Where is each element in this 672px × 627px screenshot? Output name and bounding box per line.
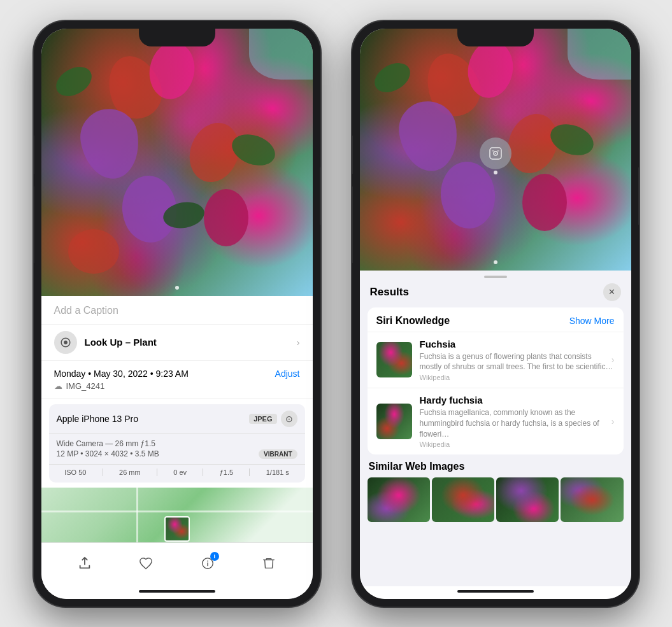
hardy-fuchsia-chevron-icon: › — [611, 416, 615, 426]
hardy-fuchsia-description: Fuchsia magellanica, commonly known as t… — [420, 407, 615, 439]
siri-knowledge-section: Siri Knowledge Show More Fuchsia Fuchsia… — [368, 307, 624, 455]
exif-ev: 0 ev — [173, 468, 187, 476]
exif-shutter: 1/181 s — [266, 468, 289, 476]
exif-focal: 26 mm — [119, 468, 141, 476]
siri-item-fuchsia[interactable]: Fuchsia Fuchsia is a genus of flowering … — [368, 332, 624, 388]
camera-type: Wide Camera — 26 mm ƒ1.5 — [57, 439, 297, 448]
caption-placeholder[interactable]: Add a Caption — [54, 305, 118, 316]
similar-images-title: Similar Web Images — [368, 461, 624, 472]
exif-aperture: ƒ1.5 — [220, 468, 233, 476]
delete-button[interactable] — [256, 551, 282, 576]
info-badge: i — [210, 552, 219, 561]
similar-image-4[interactable] — [561, 477, 623, 522]
bottom-toolbar: i — [41, 542, 313, 586]
fuchsia-description: Fuchsia is a genus of flowering plants t… — [420, 351, 615, 373]
exif-row: ISO 50 26 mm 0 ev ƒ1.5 1/181 s — [49, 464, 305, 483]
filename-text: IMG_4241 — [66, 381, 105, 391]
visual-lookup-icon — [54, 331, 77, 354]
map-photo-thumbnail — [164, 516, 190, 542]
petal — [438, 159, 498, 230]
right-photo-area[interactable] — [360, 29, 631, 271]
petal — [68, 229, 119, 274]
petal — [204, 189, 248, 246]
location-icon: ⊙ — [281, 411, 297, 427]
phones-container: Add a Caption Look Up – Plant › — [34, 21, 639, 607]
svg-point-3 — [495, 153, 496, 154]
notch — [139, 29, 215, 46]
right-screen: Results ✕ Siri Knowledge Show More — [360, 29, 631, 599]
fuchsia-info: Fuchsia Fuchsia is a genus of flowering … — [420, 339, 615, 382]
exif-divider — [157, 468, 157, 476]
exif-divider — [249, 468, 250, 476]
adjust-link[interactable]: Adjust — [275, 369, 300, 379]
flower-background — [41, 29, 313, 296]
hardy-fuchsia-image — [376, 404, 412, 439]
lookup-label: Look Up – Plant — [85, 337, 157, 348]
fuchsia-image — [376, 342, 412, 377]
device-section: Apple iPhone 13 Pro JPEG ⊙ Wide Camera —… — [49, 404, 305, 483]
similar-web-images-section: Similar Web Images — [368, 461, 624, 522]
visual-lookup-dot — [494, 171, 497, 174]
home-indicator — [41, 586, 313, 599]
mp-info: 12 MP • 3024 × 4032 • 3.5 MB — [57, 449, 159, 458]
leaf — [369, 57, 415, 98]
device-header: Apple iPhone 13 Pro JPEG ⊙ — [49, 404, 305, 434]
info-section: Add a Caption Look Up – Plant › — [41, 296, 313, 542]
photo-area[interactable] — [41, 29, 313, 296]
fuchsia-thumbnail — [376, 342, 412, 377]
close-button[interactable]: ✕ — [603, 283, 621, 301]
similar-image-3[interactable] — [496, 477, 559, 522]
favorite-button[interactable] — [133, 551, 159, 576]
device-name: Apple iPhone 13 Pro — [57, 414, 138, 424]
hardy-fuchsia-source: Wikipedia — [420, 440, 615, 448]
info-button[interactable]: i — [195, 551, 220, 576]
date-section: Monday • May 30, 2022 • 9:23 AM Adjust ☁… — [41, 361, 313, 399]
results-handle-row — [360, 271, 631, 281]
format-badge: JPEG — [249, 414, 276, 424]
fuchsia-source: Wikipedia — [420, 374, 615, 381]
date-text: Monday • May 30, 2022 • 9:23 AM — [54, 369, 189, 379]
style-badge: VIBRANT — [259, 449, 297, 459]
hardy-fuchsia-thumbnail — [376, 404, 412, 439]
lookup-row[interactable]: Look Up – Plant › — [41, 325, 313, 361]
exif-divider — [103, 468, 103, 476]
visual-lookup-button[interactable] — [480, 137, 511, 169]
map-road-vertical — [136, 488, 138, 542]
exif-divider — [203, 468, 203, 476]
page-indicator-dot — [175, 286, 179, 290]
fuchsia-title: Fuchsia — [420, 339, 615, 349]
map-area[interactable] — [41, 488, 313, 542]
results-header: Results ✕ — [360, 281, 631, 307]
siri-knowledge-header: Siri Knowledge Show More — [368, 307, 624, 332]
similar-image-2[interactable] — [432, 477, 494, 522]
cloud-icon: ☁ — [54, 381, 62, 391]
home-bar-right — [457, 590, 534, 593]
similar-image-1[interactable] — [368, 477, 430, 522]
lookup-chevron-icon: › — [297, 337, 300, 348]
exif-iso: ISO 50 — [64, 468, 86, 476]
results-title: Results — [370, 286, 409, 299]
show-more-link[interactable]: Show More — [569, 316, 615, 326]
right-phone: Results ✕ Siri Knowledge Show More — [352, 21, 639, 607]
notch-right — [457, 29, 534, 46]
device-badges: JPEG ⊙ — [249, 411, 297, 427]
fuchsia-chevron-icon: › — [611, 355, 615, 365]
siri-knowledge-title: Siri Knowledge — [376, 315, 450, 327]
petal — [522, 174, 567, 231]
home-indicator-right — [360, 586, 631, 599]
left-screen: Add a Caption Look Up – Plant › — [41, 29, 313, 599]
home-bar — [139, 590, 215, 593]
page-indicator-dot-right — [494, 260, 497, 264]
leaf — [51, 60, 97, 102]
left-phone: Add a Caption Look Up – Plant › — [34, 21, 320, 607]
drag-handle[interactable] — [484, 276, 507, 278]
svg-point-1 — [207, 560, 208, 561]
camera-info: Wide Camera — 26 mm ƒ1.5 12 MP • 3024 × … — [49, 434, 305, 461]
siri-item-hardy-fuchsia[interactable]: Hardy fuchsia Fuchsia magellanica, commo… — [368, 388, 624, 454]
caption-row[interactable]: Add a Caption — [41, 296, 313, 325]
hardy-fuchsia-info: Hardy fuchsia Fuchsia magellanica, commo… — [420, 395, 615, 448]
hardy-fuchsia-title: Hardy fuchsia — [420, 395, 615, 405]
similar-images-grid — [368, 477, 624, 522]
results-panel: Results ✕ Siri Knowledge Show More — [360, 271, 631, 586]
share-button[interactable] — [72, 551, 97, 576]
